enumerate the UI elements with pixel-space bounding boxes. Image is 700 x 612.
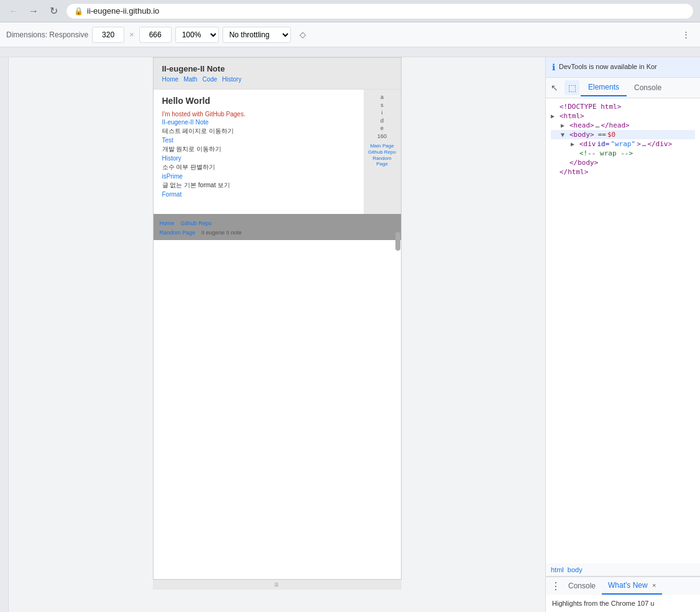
dom-wrap-close-bracket: > — [637, 140, 641, 148]
dom-wrap-attr: id= — [597, 140, 610, 148]
back-button[interactable]: ← — [6, 4, 21, 19]
dom-wrap-div[interactable]: ▶ <div id= "wrap" > … </div> — [551, 139, 695, 149]
dom-wrap-val: "wrap" — [610, 140, 635, 148]
dom-doctype-text: <!DOCTYPE html> — [560, 103, 621, 111]
devtools-tab-bar: ↖ ⬚ Elements Console — [546, 78, 700, 98]
lock-icon: 🔒 — [74, 7, 83, 16]
dom-wrap-close: </div> — [647, 140, 672, 148]
width-input[interactable] — [92, 27, 124, 43]
height-input[interactable] — [139, 27, 172, 43]
dom-html-close[interactable]: </html> — [551, 167, 695, 177]
test-page-link[interactable]: 테스트 페이지로 이동하기 — [162, 127, 355, 136]
sidebar-main-link[interactable]: Main Page — [367, 143, 397, 149]
rotate-icon-btn[interactable]: ◇ — [295, 27, 311, 43]
format-text[interactable]: 글 없는 기본 format 보기 — [162, 181, 355, 190]
sidebar-random-link[interactable]: Random Page — [367, 155, 397, 167]
site-content: Hello World I'm hosted with GitHub Pages… — [154, 90, 364, 214]
footer-home[interactable]: Home — [160, 220, 175, 226]
dom-body-arrow[interactable]: ▼ — [561, 131, 568, 138]
bottom-tabs-bar: ⋮ Console What's New × — [546, 577, 700, 595]
dom-wrap-ellipsis: … — [642, 140, 647, 148]
scrollbar[interactable] — [395, 58, 401, 580]
history-link[interactable]: History — [162, 155, 355, 162]
viewport-wrapper: II-eugene-II Note Home Math Code History — [0, 57, 545, 612]
main-area: II-eugene-II Note Home Math Code History — [0, 57, 700, 612]
viewport-with-ruler: II-eugene-II Note Home Math Code History — [0, 57, 545, 612]
sidebar-letters: a s i d e 160 — [367, 93, 397, 141]
tab-elements[interactable]: Elements — [581, 79, 627, 96]
whats-new-content: Highlights from the Chrome 107 u — [546, 595, 700, 612]
nav-history[interactable]: History — [222, 76, 241, 83]
dom-doctype[interactable]: <!DOCTYPE html> — [551, 102, 695, 111]
format-link[interactable]: Format — [162, 191, 355, 198]
cross-symbol: × — [129, 30, 134, 39]
nav-code[interactable]: Code — [202, 76, 217, 83]
dom-html-arrow[interactable]: ▶ — [551, 113, 558, 119]
dev-link[interactable]: 개발 원치로 이동하기 — [162, 145, 355, 154]
forward-button[interactable]: → — [26, 4, 41, 19]
test-link[interactable]: Test — [162, 137, 355, 144]
devtools-panel: ℹ DevTools is now available in Kor ↖ ⬚ E… — [545, 57, 700, 612]
bottom-more-button[interactable]: ⋮ — [550, 580, 562, 592]
site-title: II-eugene-II Note — [162, 64, 392, 73]
hello-title: Hello World — [162, 96, 355, 106]
dom-comment[interactable]: <!-- wrap --> — [551, 149, 695, 158]
site-header: II-eugene-II Note Home Math Code History — [154, 58, 401, 90]
zoom-select[interactable]: 100% 75% 50% — [175, 27, 219, 43]
dom-tree: <!DOCTYPE html> ▶ <html> ▶ <head> … </he… — [546, 98, 700, 335]
reload-button[interactable]: ↻ — [46, 4, 61, 19]
inspect-icon: ⬚ — [568, 83, 576, 93]
site-footer: Home Github Repo Random Page II eugene I… — [154, 214, 401, 240]
address-bar[interactable]: 🔒 ii-eugene-ii.github.io — [66, 3, 694, 19]
scrollbar-thumb[interactable] — [395, 232, 400, 251]
dom-html-close-tag: </html> — [560, 168, 588, 176]
breadcrumb-html[interactable]: html — [551, 566, 564, 573]
dimensions-label: Dimensions: Responsive — [6, 30, 88, 39]
notification-text: DevTools is now available in Kor — [559, 62, 657, 71]
resize-handle[interactable]: ≡ — [153, 580, 402, 590]
site-nav: Home Math Code History — [162, 76, 392, 83]
dom-body-equals: == — [598, 131, 606, 139]
nav-home[interactable]: Home — [162, 76, 179, 83]
footer-random[interactable]: Random Page — [160, 230, 196, 236]
browser-chrome: ← → ↻ 🔒 ii-eugene-ii.github.io — [0, 0, 700, 22]
inspect-icon-btn[interactable]: ⬚ — [564, 80, 579, 95]
throttle-select[interactable]: No throttling Fast 3G Slow 3G — [223, 27, 291, 43]
breadcrumb-body[interactable]: body — [568, 566, 583, 573]
pointer-icon-btn[interactable]: ↖ — [547, 80, 562, 95]
footer-github[interactable]: Github Repo — [180, 220, 212, 226]
whats-new-label: What's New — [608, 581, 648, 590]
nav-math[interactable]: Math — [183, 76, 197, 83]
dom-wrap-arrow[interactable]: ▶ — [571, 141, 578, 147]
more-options-button[interactable]: ⋮ — [678, 27, 694, 43]
site-name-link[interactable]: II-eugene-II Note — [162, 119, 355, 126]
isprime-link[interactable]: isPrime — [162, 173, 355, 180]
sidebar-github-link[interactable]: Github Repo — [367, 149, 397, 155]
dom-head-arrow[interactable]: ▶ — [561, 122, 568, 129]
dom-wrap-tag: <div — [579, 140, 596, 148]
close-whats-new[interactable]: × — [652, 582, 656, 589]
device-frame: II-eugene-II Note Home Math Code History — [153, 57, 402, 612]
sidebar-links: Main Page Github Repo Random Page — [367, 143, 397, 167]
left-ruler-strip — [0, 57, 9, 612]
dom-body-dollar: $0 — [607, 131, 615, 139]
toolbar: Dimensions: Responsive × 100% 75% 50% No… — [0, 22, 700, 47]
whats-new-text: Highlights from the Chrome 107 u — [552, 600, 654, 607]
resize-dots-icon: ≡ — [274, 580, 280, 589]
dom-body-open[interactable]: ▼ <body> == $0 — [551, 130, 695, 139]
tab-console-bottom[interactable]: Console — [562, 578, 602, 594]
url-text: ii-eugene-ii.github.io — [87, 6, 159, 16]
prime-text[interactable]: 소수 여부 판별하기 — [162, 163, 355, 172]
dom-html-open[interactable]: ▶ <html> — [551, 111, 695, 121]
tab-whats-new[interactable]: What's New × — [602, 577, 662, 595]
viewport-content: II-eugene-II Note Home Math Code History — [9, 57, 545, 612]
info-icon: ℹ — [552, 62, 555, 72]
dom-comment-text: <!-- wrap --> — [579, 149, 633, 157]
tab-console[interactable]: Console — [627, 80, 669, 96]
dom-html-tag: <html> — [560, 112, 584, 120]
top-ruler — [0, 47, 700, 57]
dom-body-tag: <body> — [569, 131, 594, 139]
dom-body-close[interactable]: </body> — [551, 158, 695, 167]
hosted-link[interactable]: I'm hosted with GitHub Pages. — [162, 111, 355, 118]
dom-head[interactable]: ▶ <head> … </head> — [551, 121, 695, 130]
